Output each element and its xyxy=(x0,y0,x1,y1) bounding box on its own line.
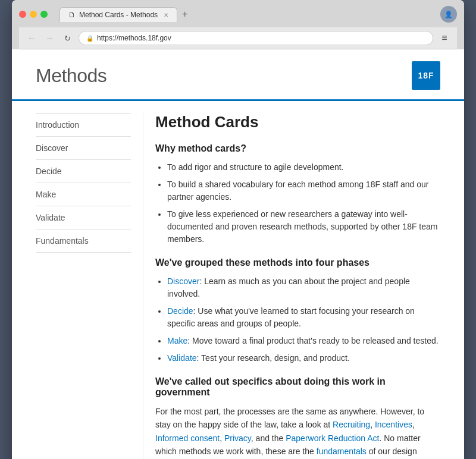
sidebar-nav: Introduction Discover Decide Make Valida… xyxy=(36,113,131,253)
site-logo: Methods xyxy=(36,65,107,87)
logo-badge: 18F xyxy=(412,61,440,90)
incentives-link[interactable]: Incentives xyxy=(375,420,412,429)
browser-titlebar: 🗋 Method Cards - Methods ✕ + 👤 xyxy=(19,6,457,23)
section1-heading: Why method cards? xyxy=(155,143,440,154)
bullet-item: To give less experienced or new research… xyxy=(167,208,440,246)
url-text: https://methods.18f.gov xyxy=(97,34,171,42)
body-text-2: , xyxy=(370,420,375,429)
section2-bullets: Discover: Learn as much as you can about… xyxy=(155,275,440,364)
new-tab-button[interactable]: + xyxy=(177,7,192,22)
linked-bullet-validate: Validate: Test your research, design, an… xyxy=(167,352,440,364)
validate-text: : Test your research, design, and produc… xyxy=(197,353,350,363)
linked-bullet-discover: Discover: Learn as much as you can about… xyxy=(167,275,440,300)
site-header: Methods 18F xyxy=(12,49,464,101)
discover-link[interactable]: Discover xyxy=(167,276,199,286)
sidebar-item-introduction[interactable]: Introduction xyxy=(36,113,131,137)
user-avatar: 👤 xyxy=(440,6,457,23)
sidebar-link-introduction[interactable]: Introduction xyxy=(36,120,79,130)
sidebar-item-discover[interactable]: Discover xyxy=(36,137,131,160)
validate-link[interactable]: Validate xyxy=(167,353,197,363)
sidebar-link-decide[interactable]: Decide xyxy=(36,166,62,176)
make-link[interactable]: Make xyxy=(167,336,187,345)
close-button[interactable] xyxy=(19,11,26,18)
body-text-3: , xyxy=(412,420,415,429)
sidebar: Introduction Discover Decide Make Valida… xyxy=(12,113,143,459)
traffic-lights xyxy=(19,11,48,18)
back-button[interactable]: ← xyxy=(25,32,38,45)
section2-heading: We've grouped these methods into four ph… xyxy=(155,257,440,268)
page-title: Method Cards xyxy=(155,113,440,131)
main-content: Method Cards Why method cards? To add ri… xyxy=(143,113,464,459)
sidebar-link-fundamentals[interactable]: Fundamentals xyxy=(36,236,89,246)
bullet-item: To build a shared vocabulary for each me… xyxy=(167,178,440,203)
sidebar-link-validate[interactable]: Validate xyxy=(36,213,65,222)
tab-close-button[interactable]: ✕ xyxy=(164,12,168,18)
tab-page-icon: 🗋 xyxy=(68,11,76,19)
browser-menu-button[interactable]: ≡ xyxy=(438,32,451,45)
page-content: Methods 18F Introduction Discover Decide xyxy=(12,49,464,459)
refresh-button[interactable]: ↻ xyxy=(61,32,74,45)
paperwork-reduction-link[interactable]: Paperwork Reduction Act xyxy=(286,433,379,443)
body-text-4: , xyxy=(220,433,224,443)
sidebar-item-validate[interactable]: Validate xyxy=(36,206,131,230)
section1-bullets: To add rigor and structure to agile deve… xyxy=(155,161,440,246)
minimize-button[interactable] xyxy=(30,11,37,18)
sidebar-item-decide[interactable]: Decide xyxy=(36,160,131,183)
fundamentals-link[interactable]: fundamentals xyxy=(317,447,367,456)
linked-bullet-decide: Decide: Use what you've learned to start… xyxy=(167,305,440,330)
recruiting-link[interactable]: Recruiting xyxy=(333,420,370,429)
linked-bullet-make: Make: Move toward a final product that's… xyxy=(167,335,440,347)
address-bar[interactable]: 🔒 https://methods.18f.gov xyxy=(79,31,433,45)
browser-toolbar: ← → ↻ 🔒 https://methods.18f.gov ≡ xyxy=(19,27,457,49)
bullet-item: To add rigor and structure to agile deve… xyxy=(167,161,440,174)
sidebar-link-make[interactable]: Make xyxy=(36,190,56,199)
main-layout: Introduction Discover Decide Make Valida… xyxy=(12,101,464,459)
sidebar-item-fundamentals[interactable]: Fundamentals xyxy=(36,230,131,253)
make-text: : Move toward a final product that's rea… xyxy=(187,336,438,345)
informed-consent-link[interactable]: Informed consent xyxy=(155,433,220,443)
body-text-5: , and the xyxy=(251,433,286,443)
sidebar-item-make[interactable]: Make xyxy=(36,183,131,206)
active-tab[interactable]: 🗋 Method Cards - Methods ✕ xyxy=(60,7,177,22)
section3-heading: We've called out specifics about doing t… xyxy=(155,376,440,398)
privacy-link[interactable]: Privacy xyxy=(224,433,251,443)
tab-bar: 🗋 Method Cards - Methods ✕ + xyxy=(60,7,192,22)
decide-text: : Use what you've learned to start focus… xyxy=(167,306,415,328)
body-paragraph: For the most part, the processes are the… xyxy=(155,405,440,459)
browser-chrome: 🗋 Method Cards - Methods ✕ + 👤 ← → ↻ 🔒 h… xyxy=(12,0,464,49)
sidebar-link-discover[interactable]: Discover xyxy=(36,143,68,153)
discover-text: : Learn as much as you can about the pro… xyxy=(167,276,410,298)
forward-button[interactable]: → xyxy=(43,32,56,45)
security-icon: 🔒 xyxy=(86,35,93,42)
browser-window: 🗋 Method Cards - Methods ✕ + 👤 ← → ↻ 🔒 h… xyxy=(12,0,464,459)
maximize-button[interactable] xyxy=(40,11,48,18)
tab-title: Method Cards - Methods xyxy=(79,11,158,19)
decide-link[interactable]: Decide xyxy=(167,306,193,316)
